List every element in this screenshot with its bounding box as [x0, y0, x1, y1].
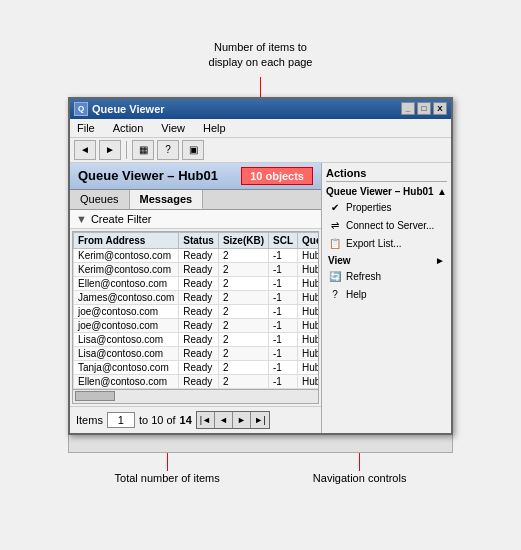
objects-badge: 10 objects	[241, 167, 313, 185]
menu-action[interactable]: Action	[110, 121, 147, 135]
table-body: Kerim@contoso.comReady2-1Hub01\Unreachab…	[74, 248, 320, 388]
table-cell-6-0: Lisa@contoso.com	[74, 332, 179, 346]
toolbar-view-button[interactable]: ▦	[132, 140, 154, 160]
action-properties[interactable]: ✔ Properties	[326, 199, 447, 217]
table-row[interactable]: Kerim@contoso.comReady2-1Hub01\Unreachab…	[74, 262, 320, 276]
main-area: Queue Viewer – Hub01 10 objects Queues M…	[70, 163, 451, 433]
filter-label[interactable]: Create Filter	[91, 213, 152, 225]
data-table: From Address Status Size(KB) SCL Queue I…	[73, 232, 319, 389]
table-cell-2-1: Ready	[179, 276, 219, 290]
nav-first-button[interactable]: |◄	[197, 412, 215, 428]
page-input[interactable]	[107, 412, 135, 428]
menu-view[interactable]: View	[158, 121, 188, 135]
table-row[interactable]: Kerim@contoso.comReady2-1Hub01\Unreachab…	[74, 248, 320, 262]
table-cell-3-4: Hub01\Unreachable	[298, 290, 320, 304]
pagination-bar: Items to 10 of 14 |◄ ◄ ► ►|	[70, 406, 321, 433]
table-row[interactable]: joe@contoso.comReady2-1Hub01\Unreachable	[74, 304, 320, 318]
callout-nav-text: Navigation controls	[313, 471, 407, 486]
table-cell-1-2: 2	[218, 262, 268, 276]
table-cell-6-3: -1	[269, 332, 298, 346]
minimize-button[interactable]: _	[401, 102, 415, 115]
table-cell-0-0: Kerim@contoso.com	[74, 248, 179, 262]
col-size[interactable]: Size(KB)	[218, 232, 268, 248]
table-cell-7-4: Hub01\Unreachable	[298, 346, 320, 360]
scrollbar-thumb[interactable]	[75, 391, 115, 401]
table-header: From Address Status Size(KB) SCL Queue I…	[74, 232, 320, 248]
table-row[interactable]: Lisa@contoso.comReady2-1Hub01\Unreachabl…	[74, 332, 320, 346]
callout-top-line	[260, 77, 261, 97]
horizontal-scrollbar[interactable]	[73, 389, 318, 403]
nav-group: |◄ ◄ ► ►|	[196, 411, 270, 429]
table-cell-9-0: Ellen@contoso.com	[74, 374, 179, 388]
table-cell-0-2: 2	[218, 248, 268, 262]
nav-next-button[interactable]: ►	[233, 412, 251, 428]
view-label: View	[328, 255, 351, 266]
toolbar-extra-button[interactable]: ▣	[182, 140, 204, 160]
action-refresh[interactable]: 🔄 Refresh	[326, 268, 447, 286]
main-window: Q Queue Viewer _ □ X File Action View He…	[68, 97, 453, 435]
nav-last-button[interactable]: ►|	[251, 412, 269, 428]
table-cell-8-1: Ready	[179, 360, 219, 374]
table-cell-7-2: 2	[218, 346, 268, 360]
close-button[interactable]: X	[433, 102, 447, 115]
table-cell-4-1: Ready	[179, 304, 219, 318]
table-row[interactable]: Ellen@contoso.comReady2-1Hub01\Unreachab…	[74, 276, 320, 290]
action-group-view[interactable]: View ►	[326, 253, 447, 268]
col-status[interactable]: Status	[179, 232, 219, 248]
filter-icon: ▼	[76, 213, 87, 225]
toolbar-back-button[interactable]: ◄	[74, 140, 96, 160]
toolbar-forward-button[interactable]: ►	[99, 140, 121, 160]
view-chevron: ►	[435, 255, 445, 266]
refresh-icon: 🔄	[328, 270, 342, 284]
table-cell-6-2: 2	[218, 332, 268, 346]
col-scl[interactable]: SCL	[269, 232, 298, 248]
table-row[interactable]: Ellen@contoso.comReady2-1Hub01\Unreachab…	[74, 374, 320, 388]
menu-bar: File Action View Help	[70, 119, 451, 138]
table-cell-1-1: Ready	[179, 262, 219, 276]
table-cell-5-3: -1	[269, 318, 298, 332]
callout-top-text: Number of items to display on each page	[209, 40, 313, 71]
maximize-button[interactable]: □	[417, 102, 431, 115]
table-row[interactable]: Lisa@contoso.comReady2-1Hub01\Unreachabl…	[74, 346, 320, 360]
table-cell-1-4: Hub01\Unreachable	[298, 262, 320, 276]
callout-total-line	[167, 453, 168, 471]
table-cell-4-3: -1	[269, 304, 298, 318]
toolbar-separator-1	[126, 141, 127, 159]
callout-nav-line	[359, 453, 360, 471]
title-bar: Q Queue Viewer _ □ X	[70, 99, 451, 119]
callout-nav-controls: Navigation controls	[313, 453, 407, 486]
table-row[interactable]: James@contoso.comReady2-1Hub01\Unreachab…	[74, 290, 320, 304]
table-cell-5-0: joe@contoso.com	[74, 318, 179, 332]
tab-messages[interactable]: Messages	[130, 190, 204, 209]
table-cell-1-0: Kerim@contoso.com	[74, 262, 179, 276]
action-group-hub01[interactable]: Queue Viewer – Hub01 ▲	[326, 186, 447, 197]
tabs: Queues Messages	[70, 190, 321, 210]
callout-total-text: Total number of items	[115, 471, 220, 486]
actions-header: Actions	[326, 167, 447, 182]
table-cell-6-1: Ready	[179, 332, 219, 346]
table-cell-3-2: 2	[218, 290, 268, 304]
table-cell-9-4: Hub01\Unreachable	[298, 374, 320, 388]
table-cell-7-3: -1	[269, 346, 298, 360]
table-cell-7-1: Ready	[179, 346, 219, 360]
menu-file[interactable]: File	[74, 121, 98, 135]
table-cell-9-2: 2	[218, 374, 268, 388]
toolbar-help-button[interactable]: ?	[157, 140, 179, 160]
col-queue-id[interactable]: Queue ID	[298, 232, 320, 248]
col-from-address[interactable]: From Address	[74, 232, 179, 248]
panel-header: Queue Viewer – Hub01 10 objects	[70, 163, 321, 190]
action-export-list[interactable]: 📋 Export List...	[326, 235, 447, 253]
table-cell-8-0: Tanja@contoso.com	[74, 360, 179, 374]
table-cell-5-2: 2	[218, 318, 268, 332]
nav-prev-button[interactable]: ◄	[215, 412, 233, 428]
table-cell-0-3: -1	[269, 248, 298, 262]
table-row[interactable]: Tanja@contoso.comReady2-1Hub01\Unreachab…	[74, 360, 320, 374]
table-cell-9-1: Ready	[179, 374, 219, 388]
tab-queues[interactable]: Queues	[70, 190, 130, 209]
action-connect-server[interactable]: ⇌ Connect to Server...	[326, 217, 447, 235]
menu-help[interactable]: Help	[200, 121, 229, 135]
table-row[interactable]: joe@contoso.comReady2-1Hub01\Unreachable	[74, 318, 320, 332]
action-refresh-label: Refresh	[346, 271, 381, 282]
action-help[interactable]: ? Help	[326, 286, 447, 304]
table-container: From Address Status Size(KB) SCL Queue I…	[72, 231, 319, 404]
